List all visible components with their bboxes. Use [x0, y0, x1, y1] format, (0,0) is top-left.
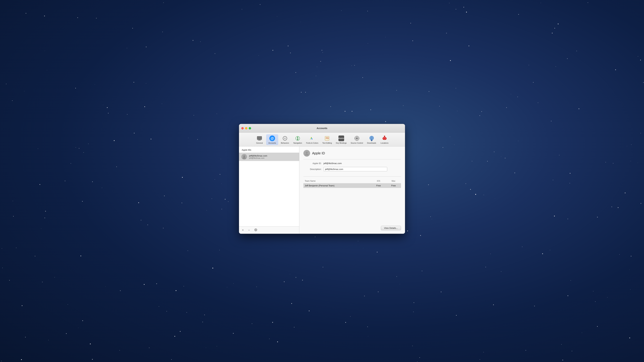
detail-avatar	[304, 150, 310, 157]
svg-text:A: A	[310, 136, 312, 140]
sidebar-footer: + −	[239, 226, 299, 234]
tab-downloads-label: Downloads	[367, 142, 376, 144]
sourcecontrol-icon-svg	[354, 135, 360, 141]
account-item-jeff[interactable]: jeff@9to5mac.com jeff@9to5mac.com	[239, 152, 299, 161]
description-row: Description:	[304, 167, 401, 171]
svg-point-27	[356, 138, 357, 139]
team-ios-cell: Free	[371, 183, 386, 188]
account-list: jeff@9to5mac.com jeff@9to5mac.com	[239, 152, 299, 226]
svg-rect-0	[257, 136, 262, 140]
svg-point-5	[284, 138, 286, 139]
detail-panel: Apple ID Apple ID: jeff@9to5mac.com Desc…	[299, 146, 405, 234]
tab-textediting-label: Text Editing	[322, 142, 332, 144]
tab-fonts[interactable]: A Fonts & Colors	[304, 134, 320, 145]
mac-header: Mac	[386, 179, 401, 183]
window-controls	[241, 127, 251, 129]
svg-point-45	[243, 155, 245, 157]
tab-keybindings[interactable]: alt option Key Bindings	[334, 134, 348, 145]
locations-icon-svg	[382, 135, 388, 141]
svg-rect-3	[258, 140, 261, 140]
keybindings-icon: alt option	[338, 135, 344, 141]
navigation-icon	[295, 135, 301, 141]
at-icon: @	[269, 135, 275, 141]
view-details-button[interactable]: View Details...	[381, 226, 401, 230]
team-name-header: Team Name	[304, 179, 371, 183]
toolbar: General @ Accounts	[239, 133, 405, 146]
account-info: jeff@9to5mac.com jeff@9to5mac.com	[249, 155, 267, 159]
svg-point-41	[384, 137, 385, 138]
team-mac-cell: Free	[386, 183, 401, 188]
maximize-button[interactable]	[249, 127, 251, 129]
tab-accounts-label: Accounts	[268, 142, 276, 144]
svg-point-42	[384, 139, 385, 140]
svg-point-40	[385, 138, 386, 139]
tab-sourcecontrol[interactable]: Source Control	[349, 134, 364, 145]
tab-general-label: General	[256, 142, 263, 144]
account-email-sub: jeff@9to5mac.com	[249, 157, 267, 159]
tab-textediting[interactable]: Text Editing	[321, 134, 334, 145]
apple-id-row: Apple ID: jeff@9to5mac.com	[304, 162, 401, 165]
sourcecontrol-icon	[354, 135, 360, 141]
content-area: Apple IDs jeff@9to5mac.com jeff@9to5mac.…	[239, 146, 405, 234]
svg-point-47	[256, 229, 256, 230]
description-label: Description:	[304, 168, 324, 170]
gear-settings-icon	[254, 228, 257, 231]
team-name-cell: Jeff Benjamin (Personal Team)	[304, 183, 371, 188]
main-window: Accounts General @ Accounts	[239, 124, 405, 234]
svg-line-11	[286, 139, 286, 140]
accounts-icon: @	[269, 135, 275, 141]
minimize-button[interactable]	[245, 127, 247, 129]
general-icon	[256, 135, 262, 141]
tab-downloads[interactable]: Downloads	[365, 134, 378, 145]
detail-title: Apple ID	[312, 151, 325, 155]
svg-point-39	[383, 138, 384, 139]
textediting-icon-svg	[324, 136, 330, 141]
tab-keybindings-label: Key Bindings	[336, 142, 347, 144]
fonts-colors-icon-svg: A	[310, 135, 315, 141]
tab-navigation-label: Navigation	[293, 142, 302, 144]
svg-point-56	[306, 152, 308, 154]
sidebar: Apple IDs jeff@9to5mac.com jeff@9to5mac.…	[239, 146, 299, 234]
tab-navigation[interactable]: Navigation	[292, 134, 304, 145]
svg-line-12	[284, 139, 284, 140]
account-avatar	[241, 154, 247, 160]
ios-header: iOS	[371, 179, 386, 183]
detail-header: Apple ID	[304, 150, 401, 159]
team-row-jeff[interactable]: Jeff Benjamin (Personal Team) Free Free	[304, 183, 401, 188]
textediting-icon	[324, 135, 330, 141]
apple-id-label: Apple ID:	[304, 162, 324, 165]
downloads-icon-svg	[369, 135, 374, 141]
keybind-box: alt option	[338, 135, 344, 141]
svg-line-10	[284, 137, 284, 137]
tab-behaviors[interactable]: Behaviors	[279, 134, 291, 145]
account-name: jeff@9to5mac.com	[249, 155, 267, 157]
tab-fonts-label: Fonts & Colors	[306, 142, 318, 144]
detail-footer: View Details...	[304, 223, 401, 230]
behaviors-icon	[282, 135, 288, 141]
downloads-icon	[368, 135, 375, 141]
navigation-icon-svg	[295, 136, 300, 141]
titlebar: Accounts	[239, 124, 405, 133]
locations-icon	[382, 135, 388, 141]
tab-accounts[interactable]: @ Accounts	[266, 134, 278, 145]
tab-general[interactable]: General	[254, 134, 266, 145]
svg-point-43	[384, 136, 385, 137]
apple-id-value: jeff@9to5mac.com	[324, 162, 342, 165]
tab-behaviors-label: Behaviors	[281, 142, 289, 144]
fonts-icon: A	[309, 135, 315, 141]
description-input[interactable]	[324, 167, 387, 171]
close-button[interactable]	[241, 127, 244, 129]
settings-button[interactable]	[254, 228, 258, 232]
behaviors-icon-svg	[282, 136, 288, 141]
tab-locations-label: Locations	[380, 142, 388, 144]
team-table: Team Name iOS Mac Jeff Benjamin (Persona…	[304, 179, 401, 188]
add-account-button[interactable]: +	[241, 228, 244, 232]
tab-locations[interactable]: Locations	[378, 134, 390, 145]
window-title: Accounts	[317, 127, 327, 130]
tab-sourcecontrol-label: Source Control	[351, 142, 363, 144]
sidebar-header: Apple IDs	[239, 146, 299, 152]
svg-line-13	[286, 137, 286, 137]
remove-account-button[interactable]: −	[248, 228, 251, 232]
general-icon-svg	[257, 136, 262, 141]
